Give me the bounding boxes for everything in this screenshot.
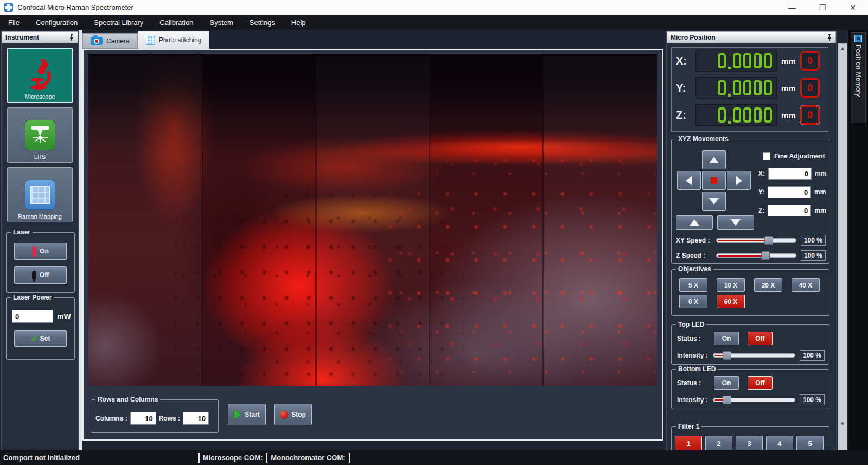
stop-square-icon [711,177,717,184]
move-up-button[interactable] [702,150,726,169]
bottom-led-intensity-slider[interactable] [713,398,795,402]
pin-icon[interactable] [69,34,74,41]
laser-on-button[interactable]: On [14,243,67,260]
microscope-button[interactable]: Microscope [7,48,73,103]
down-arrow-icon [731,219,741,226]
down-arrow-icon [709,198,719,205]
objective-10x-button[interactable]: 10 X [717,278,745,292]
lrs-label: LRS [34,154,46,160]
objective-40x-button[interactable]: 40 X [792,278,820,292]
left-arrow-icon [686,176,692,186]
status-separator [349,453,350,463]
lrs-button[interactable]: LRS [7,107,73,163]
start-label: Start [245,411,259,418]
objective-20x-button[interactable]: 20 X [754,278,782,292]
columns-input[interactable] [130,412,156,425]
stop-button[interactable]: Stop [274,404,312,425]
photo-stitching-icon [146,36,155,45]
z-speed-slider[interactable] [716,253,796,258]
stitched-microscopy-image[interactable] [88,54,657,386]
move-stop-button[interactable] [702,171,726,190]
xy-speed-value: 100 % [801,235,826,246]
top-led-intensity-thumb[interactable] [723,351,731,360]
menu-settings[interactable]: Settings [241,15,283,30]
y-move-input[interactable] [768,186,811,198]
menu-calibration[interactable]: Calibration [151,15,201,30]
status-bar: Comport not Initialized Microscope COM: … [0,450,868,465]
bottom-led-intensity-label: Intensity : [677,396,713,404]
z-down-button[interactable] [717,215,754,230]
panel-splitter[interactable] [79,30,82,450]
y-zero-button[interactable]: 0 [800,78,820,98]
tab-camera-label: Camera [106,37,130,45]
maximize-button[interactable]: ❐ [807,0,838,15]
filter-4-button[interactable]: 4 [766,436,793,450]
window-title: Confocal Micro Raman Spectrometer [17,3,133,11]
z-unit: mm [781,111,796,120]
menu-help[interactable]: Help [283,15,314,30]
position-memory-tab[interactable]: Position Memory [851,32,866,123]
bottom-led-intensity-thumb[interactable] [723,396,731,404]
objective-60x-button[interactable]: 60 X [717,295,745,308]
menu-system[interactable]: System [201,15,241,30]
instrument-panel: Instrument Microscope [1,31,79,450]
menu-spectral-library[interactable]: Spectral Library [86,15,151,30]
z-up-button[interactable] [676,215,713,230]
filter-2-button[interactable]: 2 [705,436,732,450]
status-separator [198,453,200,463]
x-input-label: X: [758,170,765,177]
menu-file[interactable]: File [0,15,28,30]
move-down-button[interactable] [702,192,726,211]
z-position-display [695,104,777,126]
menu-configuration[interactable]: Configuration [28,15,86,30]
move-right-button[interactable] [727,171,751,190]
top-led-intensity-slider[interactable] [713,353,795,358]
z-speed-slider-thumb[interactable] [761,251,770,260]
xy-speed-slider-thumb[interactable] [764,236,773,245]
objective-5x-button[interactable]: 5 X [679,278,707,292]
filter-1-button[interactable]: 1 [675,436,702,450]
pin-icon[interactable] [827,34,832,41]
raman-mapping-button[interactable]: Raman Mapping [7,167,73,222]
filter-5-button[interactable]: 5 [796,436,824,450]
z-move-input[interactable] [768,205,811,216]
filter-group: Filter 1 1 2 3 4 5 [671,426,829,450]
x-move-input[interactable] [768,168,812,180]
fine-adjustment-checkbox[interactable] [763,152,770,160]
objective-0x-button[interactable]: 0 X [679,295,707,308]
bottom-led-off-button[interactable]: Off [748,376,773,390]
micro-position-scrollbar[interactable]: ▲ ▼ [838,43,847,450]
tab-photo-stitching[interactable]: Photo stitching [138,31,210,49]
laser-off-button[interactable]: Off [14,266,67,284]
xyz-movements-title: XYZ Movements [676,135,731,143]
scroll-down-icon[interactable]: ▼ [838,419,847,428]
laser-power-set-button[interactable]: ✔ Set [14,330,67,347]
z-zero-button[interactable]: 0 [800,105,820,125]
x-position-display [695,50,777,72]
stop-label: Stop [291,411,306,418]
scroll-up-icon[interactable]: ▲ [838,44,847,53]
laser-power-input[interactable] [12,310,53,323]
z-move-unit: mm [814,207,826,214]
tab-camera[interactable]: Camera [82,33,138,49]
xy-speed-slider[interactable] [716,238,796,243]
objectives-group: Objectives 5 X 10 X 20 X 40 X 0 X 60 X [671,269,829,316]
y-position-display [695,77,777,99]
bottom-led-group: Bottom LED Status : On Off Intensity : 1… [671,369,829,409]
rows-input[interactable] [183,412,209,425]
filter-3-button[interactable]: 3 [736,436,763,450]
raman-mapping-icon [24,177,56,212]
x-zero-button[interactable]: 0 [800,51,820,71]
instrument-panel-header: Instrument [2,31,78,43]
laser-on-icon [32,247,36,256]
top-led-off-button[interactable]: Off [748,332,773,345]
top-led-on-button[interactable]: On [714,332,739,345]
bottom-led-on-button[interactable]: On [714,376,739,390]
rows-columns-group: Rows and Columns Columns : Rows : [91,399,219,433]
minimize-button[interactable]: — [777,0,807,15]
y-unit: mm [781,84,796,93]
close-button[interactable]: ✕ [838,0,868,15]
move-left-button[interactable] [677,171,701,190]
start-button[interactable]: Start [228,404,266,425]
top-led-intensity-label: Intensity : [677,352,713,359]
